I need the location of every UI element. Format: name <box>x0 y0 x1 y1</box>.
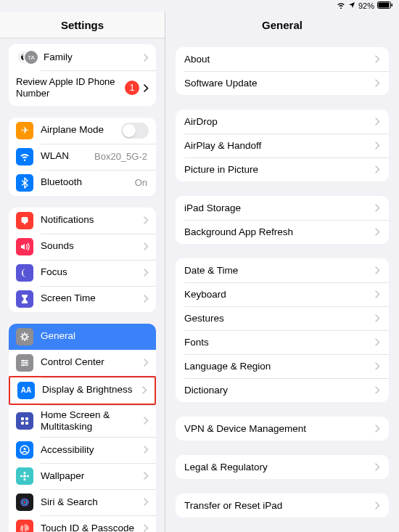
sidebar-item-label: Home Screen & Multitasking <box>41 409 144 433</box>
sidebar-scroll[interactable]: ☯ TA Family Review Apple ID Phone Number… <box>0 38 165 532</box>
family-icon: ☯ TA <box>16 49 38 66</box>
alerts-card: NotificationsSoundsFocusScreen Time <box>9 208 156 312</box>
chevron-right-icon <box>144 295 149 303</box>
chevron-right-icon <box>375 463 380 471</box>
detail-row[interactable]: Background App Refresh <box>176 220 389 244</box>
detail-row[interactable]: AirDrop <box>176 110 389 134</box>
detail-row[interactable]: Legal & Regulatory <box>176 455 389 479</box>
sidebar-item-focus[interactable]: Focus <box>9 260 156 286</box>
wallpaper-icon <box>16 467 33 485</box>
sidebar-item-label: WLAN <box>41 150 94 162</box>
chevron-right-icon <box>144 472 149 480</box>
sidebar-item-label: Display & Brightness <box>42 384 142 396</box>
sidebar-item-label: Notifications <box>41 214 144 226</box>
chevron-right-icon <box>375 502 380 510</box>
chevron-right-icon <box>144 269 149 277</box>
detail-row[interactable]: About <box>176 47 389 71</box>
detail-row[interactable]: Software Update <box>176 71 389 95</box>
detail-row-label: AirPlay & Handoff <box>184 140 375 151</box>
chevron-right-icon <box>375 290 380 298</box>
detail-row[interactable]: Dictionary <box>176 378 389 402</box>
notification-badge: 1 <box>125 81 139 95</box>
svg-point-5 <box>22 335 27 339</box>
detail-row[interactable]: Fonts <box>176 330 389 354</box>
sidebar-item-controlcenter[interactable]: Control Center <box>9 350 156 376</box>
network-card: ✈Airplane ModeWLANBox20_5G-2BluetoothOn <box>9 118 156 196</box>
sidebar-item-siri[interactable]: Siri & Search <box>9 489 156 515</box>
svg-point-22 <box>24 502 26 504</box>
detail-pane: General AboutSoftware UpdateAirDropAirPl… <box>165 12 399 532</box>
svg-point-6 <box>22 359 25 361</box>
wifi-icon <box>337 1 345 10</box>
sidebar-item-sounds[interactable]: Sounds <box>9 234 156 260</box>
detail-row[interactable]: Date & Time <box>176 258 389 282</box>
detail-title: General <box>165 12 399 38</box>
detail-row[interactable]: iPad Storage <box>176 196 389 220</box>
controlcenter-icon <box>16 354 33 372</box>
detail-row-label: iPad Storage <box>184 202 375 213</box>
sidebar-item-label: Wallpaper <box>41 470 144 482</box>
svg-point-19 <box>27 475 29 477</box>
svg-point-8 <box>22 364 25 366</box>
sidebar-item-review-apple-id[interactable]: Review Apple ID Phone Number 1 <box>9 70 156 106</box>
screentime-icon <box>16 290 33 308</box>
svg-rect-11 <box>21 422 24 425</box>
sidebar-item-accessibility[interactable]: Accessibility <box>9 437 156 463</box>
toggle-switch[interactable] <box>121 123 149 139</box>
detail-scroll[interactable]: AboutSoftware UpdateAirDropAirPlay & Han… <box>165 38 399 532</box>
airplane-icon: ✈ <box>16 122 33 139</box>
chevron-right-icon <box>144 417 149 425</box>
detail-row[interactable]: AirPlay & Handoff <box>176 134 389 157</box>
sidebar-item-label: Airplane Mode <box>41 124 121 136</box>
sidebar-item-label: Accessibility <box>41 444 144 456</box>
detail-group: AboutSoftware Update <box>176 47 389 95</box>
display-icon: AA <box>17 382 35 399</box>
battery-icon <box>377 1 393 10</box>
detail-row[interactable]: Keyboard <box>176 282 389 306</box>
sidebar-item-airplane[interactable]: ✈Airplane Mode <box>9 118 156 144</box>
chevron-right-icon <box>375 228 380 236</box>
sidebar-item-wallpaper[interactable]: Wallpaper <box>9 463 156 489</box>
chevron-right-icon <box>375 142 380 150</box>
sounds-icon <box>16 238 33 255</box>
svg-point-16 <box>24 472 26 474</box>
detail-row[interactable]: Transfer or Reset iPad <box>176 494 389 517</box>
sidebar-item-value: On <box>135 177 147 188</box>
chevron-right-icon <box>144 54 149 62</box>
detail-row-label: Language & Region <box>184 361 375 372</box>
sidebar-item-screentime[interactable]: Screen Time <box>9 286 156 312</box>
detail-group: AirDropAirPlay & HandoffPicture in Pictu… <box>176 110 389 181</box>
sidebar-item-display[interactable]: AADisplay & Brightness <box>9 376 156 405</box>
detail-row[interactable]: Gestures <box>176 306 389 330</box>
detail-row[interactable]: VPN & Device Management <box>176 417 389 441</box>
sidebar-item-family[interactable]: ☯ TA Family <box>9 44 156 70</box>
sidebar-item-notifications[interactable]: Notifications <box>9 208 156 234</box>
sidebar-item-touchid[interactable]: Touch ID & Passcode <box>9 515 156 532</box>
general-icon <box>16 328 33 345</box>
accessibility-icon <box>16 441 33 459</box>
sidebar-item-label: Family <box>44 52 144 63</box>
sidebar-item-bluetooth[interactable]: BluetoothOn <box>9 170 156 196</box>
detail-group: Legal & Regulatory <box>176 455 389 479</box>
svg-rect-9 <box>21 417 24 420</box>
sidebar-item-homescreen[interactable]: Home Screen & Multitasking <box>9 405 156 437</box>
svg-rect-2 <box>392 4 393 7</box>
sidebar-item-label: Sounds <box>41 240 144 252</box>
detail-row[interactable]: Picture in Picture <box>176 157 389 181</box>
detail-row-label: AirDrop <box>184 116 375 127</box>
detail-row-label: Software Update <box>184 78 375 89</box>
svg-point-18 <box>20 475 22 477</box>
svg-point-7 <box>25 361 28 364</box>
chevron-right-icon <box>142 386 147 394</box>
sidebar-item-wlan[interactable]: WLANBox20_5G-2 <box>9 144 156 170</box>
sidebar-item-label: Focus <box>41 266 144 278</box>
detail-row-label: Dictionary <box>184 385 375 396</box>
sidebar-item-general[interactable]: General <box>9 324 156 350</box>
sidebar-item-label: Review Apple ID Phone Number <box>16 76 125 100</box>
svg-point-14 <box>23 448 25 450</box>
detail-row[interactable]: Language & Region <box>176 354 389 378</box>
chevron-right-icon <box>144 359 149 367</box>
svg-point-15 <box>23 475 26 478</box>
chevron-right-icon <box>375 79 380 87</box>
sidebar-item-label: General <box>41 330 149 342</box>
